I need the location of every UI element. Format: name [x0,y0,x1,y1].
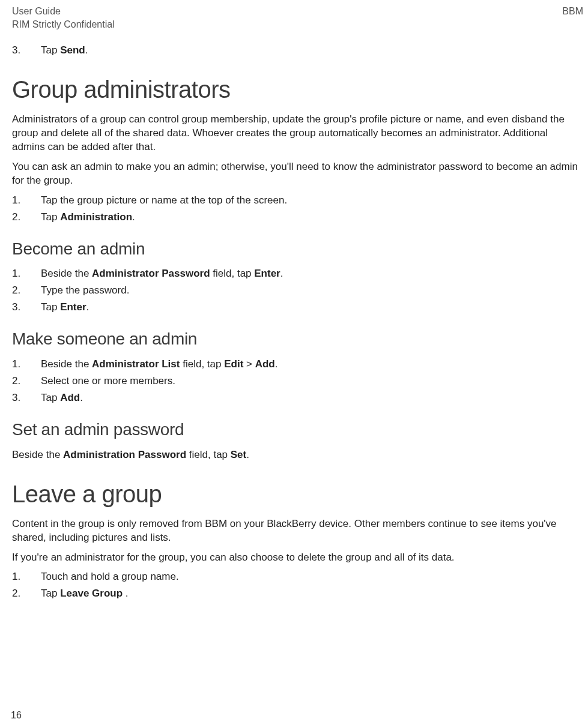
step-text: Tap the group picture or name at the top… [41,194,287,206]
step-text-prefix: Beside the [41,268,92,279]
header-guide: User Guide [12,5,115,18]
step-number: 1. [12,267,28,281]
step-text-suffix: . [86,301,89,313]
step-text: Select one or more members. [41,375,175,387]
para-suffix: . [246,449,249,460]
section5-para2: If you're an administrator for the group… [12,551,583,565]
intro-steps: 3. Tap Send. [12,44,583,58]
step-number: 1. [12,358,28,372]
section2-step-2: 2. Type the password. [12,284,583,298]
header-confidential: RIM Strictly Confidential [12,18,115,31]
step-bold: Add [60,392,80,403]
step-text-prefix: Beside the [41,358,92,370]
section-title-group-administrators: Group administrators [12,73,583,106]
step-text-prefix: Tap [41,301,60,313]
section5-steps: 1. Touch and hold a group name. 2. Tap L… [12,570,583,601]
step-bold-1: Administrator Password [92,268,210,279]
step-text-prefix: Tap [41,588,60,599]
section-title-become-admin: Become an admin [12,238,583,260]
section3-steps: 1. Beside the Administrator List field, … [12,358,583,405]
para-bold-2: Set [231,449,246,460]
section5-para1: Content in the group is only removed fro… [12,517,583,545]
section4-para: Beside the Administration Password field… [12,448,583,462]
para-mid: field, tap [186,449,231,460]
step-text-suffix: . [85,44,88,56]
intro-step-3: 3. Tap Send. [12,44,583,58]
header-product: BBM [562,5,583,18]
step-text-suffix: . [280,268,283,279]
step-number: 2. [12,375,28,388]
para-prefix: Beside the [12,449,63,460]
step-bold: Send [60,44,85,56]
section3-step-2: 2. Select one or more members. [12,375,583,388]
step-bold-2: Enter [254,268,280,279]
step-text-prefix: Tap [41,392,60,403]
step-bold: Administration [60,211,132,223]
step-text-prefix: Tap [41,211,60,223]
step-bold: Leave Group [60,588,126,599]
section-title-set-password: Set an admin password [12,418,583,441]
step-number: 3. [12,301,28,314]
step-text-suffix: . [126,588,129,599]
step-bold-3: Add [255,358,275,370]
section5-step-2: 2. Tap Leave Group . [12,587,583,601]
section-title-make-admin: Make someone an admin [12,328,583,350]
step-bold-1: Administrator List [92,358,180,370]
step-number: 2. [12,284,28,298]
section-title-leave-group: Leave a group [12,478,583,510]
page-number: 16 [11,709,22,722]
step-bold-2: Edit [224,358,243,370]
para-bold-1: Administration Password [63,449,186,460]
section1-step-1: 1. Tap the group picture or name at the … [12,194,583,208]
step-number: 3. [12,391,28,405]
step-number: 1. [12,570,28,584]
section3-step-1: 1. Beside the Administrator List field, … [12,358,583,372]
page-header: User Guide RIM Strictly Confidential BBM [12,5,583,31]
step-number: 3. [12,44,28,58]
step-bold: Enter [60,301,86,313]
step-text: Touch and hold a group name. [41,571,179,582]
step-text-suffix: . [80,392,83,403]
section5-step-1: 1. Touch and hold a group name. [12,570,583,584]
step-text-mid: field, tap [210,268,255,279]
section2-step-1: 1. Beside the Administrator Password fie… [12,267,583,281]
section2-step-3: 3. Tap Enter. [12,301,583,314]
step-text-suffix: . [275,358,278,370]
step-number: 2. [12,211,28,224]
section1-para2: You can ask an admin to make you an admi… [12,160,583,188]
step-text: Type the password. [41,284,129,296]
step-sep: > [243,358,255,370]
step-number: 2. [12,587,28,601]
section1-para1: Administrators of a group can control gr… [12,113,583,154]
section1-steps: 1. Tap the group picture or name at the … [12,194,583,224]
step-text-mid1: field, tap [180,358,224,370]
step-number: 1. [12,194,28,208]
section3-step-3: 3. Tap Add. [12,391,583,405]
section2-steps: 1. Beside the Administrator Password fie… [12,267,583,314]
section1-step-2: 2. Tap Administration. [12,211,583,224]
step-text-prefix: Tap [41,44,60,56]
step-text-suffix: . [132,211,135,223]
